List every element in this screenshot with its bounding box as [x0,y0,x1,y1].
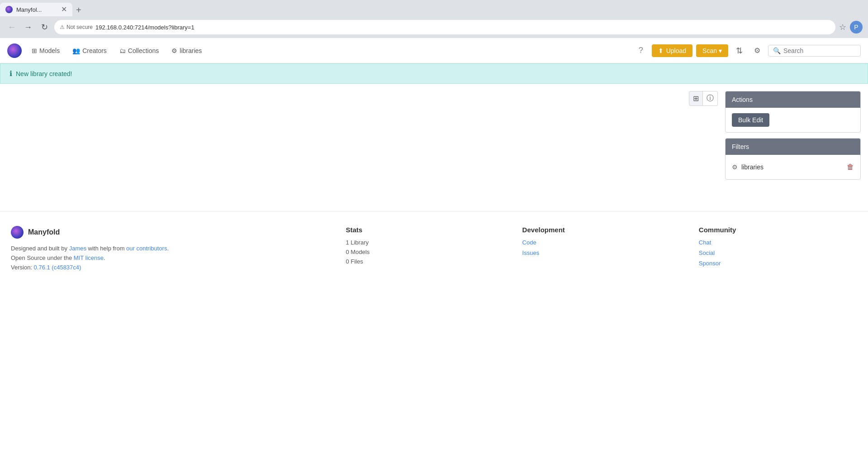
filters-header: Filters [726,139,860,155]
upload-label: Upload [666,47,686,54]
search-input[interactable] [783,47,856,54]
scan-label: Scan [702,47,717,54]
browser-chrome: Manyfol... ✕ + ← → ↻ ⚠ Not secure 192.16… [0,0,868,38]
warning-icon: ⚠ [60,24,65,30]
filter-button[interactable]: ⚙ [750,43,764,58]
browser-tab[interactable]: Manyfol... ✕ [0,3,72,16]
collections-icon: 🗂 [119,47,126,54]
grid-view-button[interactable]: ⊞ [689,91,703,106]
issues-link[interactable]: Issues [522,249,681,256]
actions-content: Bulk Edit [726,108,860,132]
url-protocol: Not secure [66,24,93,30]
libraries-icon: ⚙ [171,47,177,54]
footer-logo-image [11,226,24,239]
filter-libraries-label: libraries [741,163,843,171]
footer-brand: Manyfold Designed and built by James wit… [11,226,327,272]
app-logo[interactable] [7,43,22,58]
actions-header: Actions [726,91,860,108]
upload-button[interactable]: ⬆ Upload [652,44,693,57]
view-toggle: ⊞ ⓘ [7,91,718,106]
new-tab-button[interactable]: + [72,3,85,17]
filters-content: ⚙ libraries 🗑 [726,155,860,179]
footer-brand-name: Manyfold [28,228,60,236]
actions-header-label: Actions [732,96,753,103]
development-title: Development [522,226,681,234]
forward-button[interactable]: → [22,21,34,34]
version-prefix: Version: [11,264,34,271]
empty-models-area [7,113,718,204]
notification-text: New library created! [16,70,72,77]
open-source-prefix: Open Source under the [11,254,74,261]
actions-section: Actions Bulk Edit [725,91,861,133]
nav-collections-label: Collections [128,47,159,54]
scan-caret-icon: ▾ [719,47,722,54]
code-link[interactable]: Code [522,239,681,246]
info-view-button[interactable]: ⓘ [703,91,718,106]
sponsor-link[interactable]: Sponsor [699,260,857,267]
tab-title: Manyfol... [16,6,57,13]
notification-banner: ℹ New library created! [0,63,868,84]
nav-collections[interactable]: 🗂 Collections [117,45,161,56]
footer-stats-col: Stats 1 Library 0 Models 0 Files [346,226,504,272]
sort-button[interactable]: ⇅ [732,43,746,58]
app-footer: Manyfold Designed and built by James wit… [0,211,868,287]
nav-libraries-label: libraries [180,47,202,54]
notification-info-icon: ℹ [9,69,12,78]
help-button[interactable]: ? [634,43,648,58]
address-bar-container[interactable]: ⚠ Not secure 192.168.0.240:7214/models?l… [54,20,835,34]
tab-close-icon[interactable]: ✕ [61,6,67,13]
stat-files: 0 Files [346,258,504,265]
filter-remove-button[interactable]: 🗑 [847,163,854,171]
footer-development-col: Development Code Issues [522,226,681,272]
search-icon: 🔍 [773,47,781,54]
content-area: ⊞ ⓘ [7,91,725,204]
footer-open-source-text: Open Source under the MIT license. [11,254,327,263]
bulk-edit-button[interactable]: Bulk Edit [732,113,769,127]
nav-models[interactable]: ⊞ Models [29,45,62,56]
license-suffix: . [104,254,105,261]
search-bar[interactable]: 🔍 [768,45,861,57]
url-display: 192.168.0.240:7214/models?library=1 [95,24,830,31]
filter-libraries-icon: ⚙ [732,163,738,171]
contributors-link[interactable]: our contributors [126,245,167,252]
back-button[interactable]: ← [5,21,18,34]
header-actions: ? ⬆ Upload Scan ▾ ⇅ ⚙ 🔍 [634,43,861,58]
nav-models-label: Models [39,47,60,54]
footer-brand-logo: Manyfold [11,226,327,239]
creators-icon: 👥 [72,47,80,54]
models-icon: ⊞ [32,47,37,54]
browser-address-bar: ← → ↻ ⚠ Not secure 192.168.0.240:7214/mo… [0,16,868,38]
designed-suffix: . [167,245,169,252]
designed-prefix: Designed and built by [11,245,69,252]
nav-creators[interactable]: 👥 Creators [70,45,109,56]
help-prefix: with help from [86,245,126,252]
app-container: ⊞ Models 👥 Creators 🗂 Collections ⚙ libr… [0,38,868,465]
community-title: Community [699,226,857,234]
upload-icon: ⬆ [658,47,664,54]
scan-button[interactable]: Scan ▾ [696,44,728,57]
nav-libraries[interactable]: ⚙ libraries [169,45,204,56]
footer-designed-text: Designed and built by James with help fr… [11,244,327,254]
reload-button[interactable]: ↻ [38,21,51,34]
version-link[interactable]: 0.76.1 (c45837c4) [34,264,81,271]
filters-header-label: Filters [732,143,749,150]
main-content: ⊞ ⓘ Actions Bulk Edit [0,84,868,211]
grid-icon: ⊞ [693,95,699,102]
tab-favicon [5,6,13,13]
footer-version: Version: 0.76.1 (c45837c4) [11,263,327,273]
stats-title: Stats [346,226,504,234]
nav-creators-label: Creators [82,47,107,54]
stat-library: 1 Library [346,239,504,246]
browser-tab-bar: Manyfol... ✕ + [0,0,868,16]
james-link[interactable]: James [69,245,86,252]
footer-community-col: Community Chat Social Sponsor [699,226,857,272]
social-link[interactable]: Social [699,249,857,256]
license-link[interactable]: MIT license [74,254,104,261]
sidebar: Actions Bulk Edit Filters ⚙ libraries 🗑 [725,91,861,204]
info-icon: ⓘ [707,94,714,102]
filter-item-libraries: ⚙ libraries 🗑 [732,160,854,174]
bookmark-icon[interactable]: ☆ [839,22,846,32]
chat-link[interactable]: Chat [699,239,857,246]
profile-icon[interactable]: P [850,21,863,34]
security-indicator: ⚠ Not secure [60,24,93,30]
